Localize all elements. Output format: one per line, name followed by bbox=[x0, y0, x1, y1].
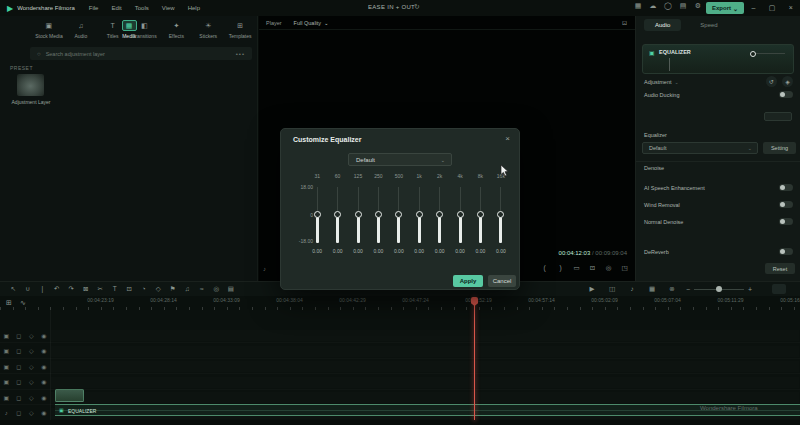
export-button[interactable]: Export ⌄ bbox=[706, 2, 744, 14]
record-icon[interactable]: ◎ bbox=[209, 285, 224, 293]
keyframe-icon[interactable]: ◇ bbox=[25, 347, 38, 354]
ai-speech-toggle[interactable] bbox=[779, 184, 793, 191]
slider-knob[interactable] bbox=[457, 211, 464, 218]
slider-knob[interactable] bbox=[436, 211, 443, 218]
snapshot-icon[interactable]: ⊡ bbox=[588, 264, 597, 272]
selected-clip-card[interactable]: ▣ EQUALIZER bbox=[642, 44, 794, 74]
slider-knob[interactable] bbox=[477, 211, 484, 218]
equalizer-preset-select[interactable]: Default ⌄ bbox=[348, 153, 452, 166]
keyframe-icon[interactable]: ◇ bbox=[25, 363, 38, 370]
more-options-icon[interactable]: ••• bbox=[236, 51, 245, 57]
media-tab[interactable]: ▣ Stock Media bbox=[33, 20, 65, 39]
lock-icon[interactable]: ◻ bbox=[13, 378, 26, 385]
account-icon[interactable]: ◯ bbox=[664, 2, 672, 10]
timeline-fit-button[interactable] bbox=[772, 284, 786, 294]
zoom-in-icon[interactable]: + bbox=[744, 286, 756, 293]
band-gain-slider[interactable] bbox=[456, 187, 464, 243]
slider-knob[interactable] bbox=[355, 211, 362, 218]
volume-icon[interactable]: ♪ bbox=[263, 266, 266, 272]
track-type-icon[interactable]: ♪ bbox=[0, 410, 13, 416]
audio-note-icon[interactable]: ♪ bbox=[622, 285, 642, 293]
keyframe-icon[interactable]: ◇ bbox=[25, 378, 38, 385]
adjustment-layer-thumbnail[interactable] bbox=[17, 74, 44, 96]
lock-icon[interactable]: ◻ bbox=[13, 347, 26, 354]
media-tab[interactable]: T Titles bbox=[97, 20, 129, 39]
media-tab[interactable]: ⊞ Templates bbox=[224, 20, 256, 39]
apply-button[interactable]: Apply bbox=[453, 275, 483, 287]
focus-icon[interactable]: ⊚ bbox=[662, 285, 682, 293]
media-tab[interactable]: ☀ Stickers bbox=[192, 20, 224, 39]
eye-icon[interactable]: ◉ bbox=[38, 378, 51, 385]
track-type-icon[interactable]: ▣ bbox=[0, 394, 13, 401]
slider-knob[interactable] bbox=[314, 211, 321, 218]
track-type-icon[interactable]: ▣ bbox=[0, 332, 13, 339]
auto-scroll-icon[interactable]: ∿ bbox=[20, 299, 26, 307]
fit-view-icon[interactable]: ⊡ bbox=[622, 19, 627, 26]
text-icon[interactable]: T bbox=[108, 285, 123, 293]
equalizer-audio-clip[interactable]: ▣ EQUALIZER bbox=[55, 404, 800, 416]
timeline-scrollbar-area[interactable] bbox=[0, 420, 800, 425]
lock-icon[interactable]: ◻ bbox=[13, 409, 26, 416]
render-preview-icon[interactable]: ▶ bbox=[582, 285, 602, 293]
tab-audio[interactable]: Audio bbox=[644, 19, 681, 31]
slider-knob[interactable] bbox=[334, 211, 341, 218]
band-gain-slider[interactable] bbox=[415, 187, 423, 243]
magnet-icon[interactable]: ∪ bbox=[21, 285, 36, 293]
track-cursor-icon[interactable]: | bbox=[35, 285, 50, 293]
keyframe-icon[interactable]: ◇ bbox=[151, 285, 166, 293]
menu-item[interactable]: Tools bbox=[135, 5, 149, 11]
adjustment-layer-clip[interactable] bbox=[55, 389, 84, 402]
mark-out-icon[interactable]: ) bbox=[556, 264, 565, 272]
track-lane[interactable] bbox=[51, 392, 799, 403]
fullscreen-icon[interactable]: ◳ bbox=[620, 264, 629, 272]
track-lane[interactable] bbox=[51, 361, 799, 372]
equalizer-setting-button[interactable]: Setting bbox=[763, 142, 796, 154]
delete-icon[interactable]: ⊠ bbox=[79, 285, 94, 293]
band-gain-slider[interactable] bbox=[354, 187, 362, 243]
equalizer-preset-dropdown[interactable]: Default ⌄ bbox=[642, 142, 758, 154]
layout-icon[interactable]: ▤ bbox=[679, 2, 687, 10]
wave-icon[interactable]: ≈ bbox=[195, 285, 210, 293]
split-icon[interactable]: ✂ bbox=[93, 285, 108, 293]
project-sync-icon[interactable]: ↻ bbox=[414, 3, 420, 11]
band-gain-slider[interactable] bbox=[476, 187, 484, 243]
band-gain-slider[interactable] bbox=[497, 187, 505, 243]
media-tab[interactable]: ✦ Effects bbox=[160, 20, 192, 39]
band-gain-slider[interactable] bbox=[374, 187, 382, 243]
mark-in-icon[interactable]: ( bbox=[540, 264, 549, 272]
plugin-icon[interactable]: ⚙ bbox=[694, 2, 702, 10]
marker-icon[interactable]: ⚑ bbox=[166, 285, 181, 293]
eye-icon[interactable]: ◉ bbox=[38, 347, 51, 354]
slider-knob[interactable] bbox=[497, 211, 504, 218]
menu-item[interactable]: Help bbox=[188, 5, 200, 11]
search-input[interactable]: ○ Search adjustment layer ••• bbox=[30, 47, 252, 60]
wind-removal-toggle[interactable] bbox=[779, 201, 793, 208]
reset-button[interactable]: Reset bbox=[765, 263, 795, 274]
track-lane[interactable] bbox=[51, 330, 799, 341]
undo-icon[interactable]: ↶ bbox=[50, 285, 65, 293]
track-lane[interactable] bbox=[51, 377, 799, 388]
eye-icon[interactable]: ◉ bbox=[38, 409, 51, 416]
slider-knob[interactable] bbox=[395, 211, 402, 218]
slider-knob[interactable] bbox=[375, 211, 382, 218]
band-gain-slider[interactable] bbox=[395, 187, 403, 243]
cancel-button[interactable]: Cancel bbox=[488, 275, 516, 287]
track-type-icon[interactable]: ▣ bbox=[0, 363, 13, 370]
media-tab[interactable]: ◧ Transitions bbox=[129, 20, 161, 39]
record-icon[interactable]: ◎ bbox=[604, 264, 613, 272]
media-manager-icon[interactable]: ▦ bbox=[634, 2, 642, 10]
grid-icon[interactable]: ▦ bbox=[642, 285, 662, 293]
timeline-zoom-slider[interactable] bbox=[694, 289, 744, 290]
minimize-button[interactable]: – bbox=[744, 0, 763, 16]
ducking-value-box[interactable] bbox=[764, 112, 792, 121]
redo-icon[interactable]: ↷ bbox=[64, 285, 79, 293]
normal-denoise-toggle[interactable] bbox=[779, 218, 793, 225]
track-type-icon[interactable]: ▣ bbox=[0, 378, 13, 385]
slider-knob[interactable] bbox=[750, 51, 756, 57]
crop-icon[interactable]: ⊡ bbox=[122, 285, 137, 293]
band-gain-slider[interactable] bbox=[313, 187, 321, 243]
menu-item[interactable]: File bbox=[89, 5, 99, 11]
timeline-ruler[interactable]: ⊞∿ 00:04:23:1900:04:28:1400:04:33:0900:0… bbox=[0, 296, 800, 310]
mixer-icon[interactable]: ▤ bbox=[224, 285, 239, 293]
clip-volume-slider[interactable] bbox=[751, 53, 785, 54]
